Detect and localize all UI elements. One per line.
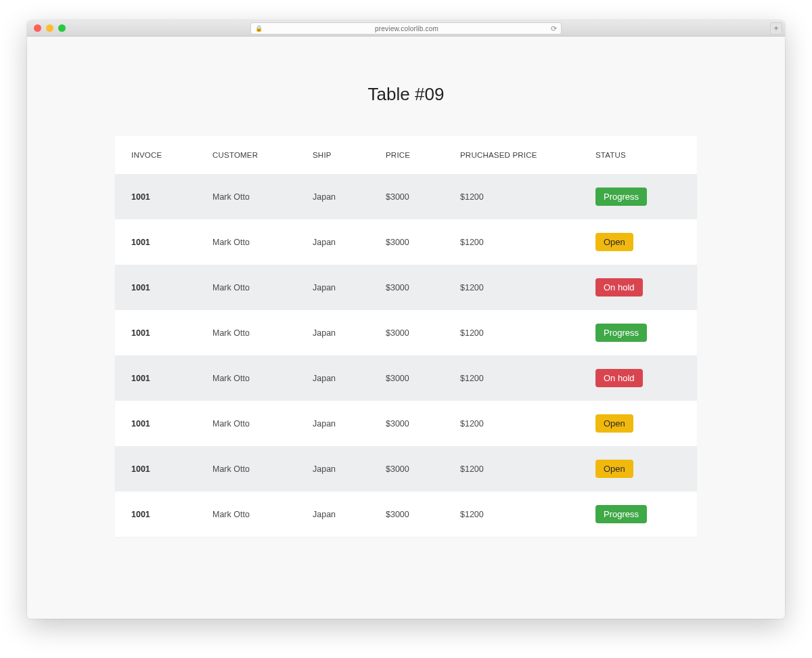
table-row: 1001Mark OttoJapan$3000$1200Progress <box>115 174 697 219</box>
td-invoice: 1001 <box>115 219 196 265</box>
td-invoice: 1001 <box>115 310 196 355</box>
table-header-row: INVOCE CUSTOMER SHIP PRICE PRUCHASED PRI… <box>115 136 697 174</box>
table-row: 1001Mark OttoJapan$3000$1200Open <box>115 219 697 265</box>
td-ship: Japan <box>296 446 369 491</box>
status-badge[interactable]: Progress <box>595 188 647 206</box>
td-price: $3000 <box>369 219 444 265</box>
td-customer: Mark Otto <box>196 446 296 491</box>
status-badge[interactable]: Open <box>595 460 633 478</box>
td-purchased: $1200 <box>444 174 579 219</box>
td-purchased: $1200 <box>444 265 579 310</box>
table-row: 1001Mark OttoJapan$3000$1200Open <box>115 401 697 446</box>
td-purchased: $1200 <box>444 491 579 537</box>
data-table: INVOCE CUSTOMER SHIP PRICE PRUCHASED PRI… <box>115 136 697 537</box>
table-row: 1001Mark OttoJapan$3000$1200Progress <box>115 310 697 355</box>
td-invoice: 1001 <box>115 401 196 446</box>
status-badge[interactable]: On hold <box>595 369 643 387</box>
td-ship: Japan <box>296 310 369 355</box>
td-ship: Japan <box>296 265 369 310</box>
td-status: On hold <box>579 355 697 401</box>
td-ship: Japan <box>296 491 369 537</box>
td-ship: Japan <box>296 355 369 401</box>
td-price: $3000 <box>369 446 444 491</box>
td-customer: Mark Otto <box>196 310 296 355</box>
page-title: Table #09 <box>115 84 697 105</box>
window-minimize-button[interactable] <box>46 24 53 32</box>
th-price: PRICE <box>369 136 444 174</box>
page-body: Table #09 INVOCE CUSTOMER SHIP PRICE PRU… <box>27 37 785 619</box>
td-price: $3000 <box>369 491 444 537</box>
th-ship: SHIP <box>296 136 369 174</box>
td-ship: Japan <box>296 174 369 219</box>
table-row: 1001Mark OttoJapan$3000$1200On hold <box>115 265 697 310</box>
td-price: $3000 <box>369 355 444 401</box>
td-purchased: $1200 <box>444 401 579 446</box>
td-invoice: 1001 <box>115 491 196 537</box>
td-customer: Mark Otto <box>196 219 296 265</box>
td-customer: Mark Otto <box>196 401 296 446</box>
td-customer: Mark Otto <box>196 174 296 219</box>
td-customer: Mark Otto <box>196 491 296 537</box>
status-badge[interactable]: Progress <box>595 505 647 523</box>
status-badge[interactable]: Open <box>595 414 633 433</box>
titlebar: ◧ 🔒 preview.colorlib.com ⟳ + <box>27 20 785 37</box>
table-row: 1001Mark OttoJapan$3000$1200Progress <box>115 491 697 537</box>
window-maximize-button[interactable] <box>58 24 66 32</box>
td-invoice: 1001 <box>115 446 196 491</box>
td-purchased: $1200 <box>444 310 579 355</box>
td-customer: Mark Otto <box>196 355 296 401</box>
td-price: $3000 <box>369 265 444 310</box>
table-row: 1001Mark OttoJapan$3000$1200On hold <box>115 355 697 401</box>
td-invoice: 1001 <box>115 355 196 401</box>
td-status: Open <box>579 446 697 491</box>
status-badge[interactable]: On hold <box>595 278 643 297</box>
th-purchased: PRUCHASED PRICE <box>444 136 579 174</box>
td-status: Progress <box>579 310 697 355</box>
td-status: Open <box>579 401 697 446</box>
new-tab-button[interactable]: + <box>770 22 782 35</box>
td-price: $3000 <box>369 401 444 446</box>
status-badge[interactable]: Open <box>595 233 633 251</box>
td-invoice: 1001 <box>115 174 196 219</box>
td-purchased: $1200 <box>444 355 579 401</box>
th-status: STATUS <box>579 136 697 174</box>
th-invoice: INVOCE <box>115 136 196 174</box>
window-close-button[interactable] <box>34 24 41 32</box>
td-status: Progress <box>579 491 697 537</box>
td-invoice: 1001 <box>115 265 196 310</box>
th-customer: CUSTOMER <box>196 136 296 174</box>
address-bar[interactable]: 🔒 preview.colorlib.com ⟳ <box>250 22 562 35</box>
reload-icon[interactable]: ⟳ <box>551 24 557 33</box>
lock-icon: 🔒 <box>255 25 263 32</box>
td-ship: Japan <box>296 401 369 446</box>
td-customer: Mark Otto <box>196 265 296 310</box>
table-row: 1001Mark OttoJapan$3000$1200Open <box>115 446 697 491</box>
td-status: Open <box>579 219 697 265</box>
td-price: $3000 <box>369 310 444 355</box>
td-ship: Japan <box>296 219 369 265</box>
td-price: $3000 <box>369 174 444 219</box>
browser-window: ◧ 🔒 preview.colorlib.com ⟳ + Table #09 I… <box>27 20 785 619</box>
status-badge[interactable]: Progress <box>595 324 647 342</box>
td-status: Progress <box>579 174 697 219</box>
td-status: On hold <box>579 265 697 310</box>
address-text: preview.colorlib.com <box>267 25 547 32</box>
td-purchased: $1200 <box>444 446 579 491</box>
td-purchased: $1200 <box>444 219 579 265</box>
